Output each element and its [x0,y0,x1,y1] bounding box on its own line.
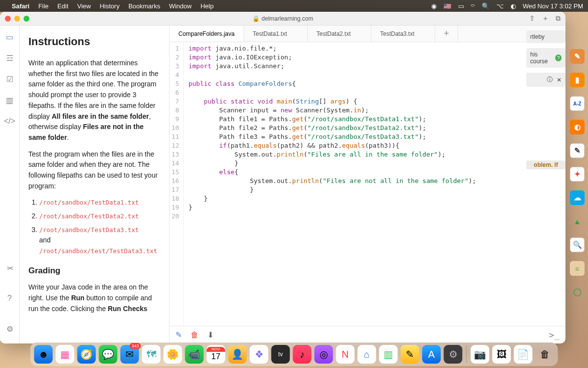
dock-app[interactable]: tv [271,345,290,364]
url-host: delmarlearning.com [262,15,313,22]
instructions-paragraph-2: Test the program when the files are in t… [28,149,160,192]
dock-app[interactable]: 👤 [228,345,247,364]
menu-view[interactable]: View [77,2,91,10]
dock-app[interactable]: ◎ [315,345,333,364]
menu-help[interactable]: Help [200,2,214,10]
dock-app[interactable]: NOV17 [207,345,225,364]
strip-app-icon[interactable]: ☁ [570,190,585,205]
instructions-panel: Instructions Write an application that d… [20,26,169,343]
left-tool-rail: ▭ ☲ ☑ ▥ </> ⫘ ? ⚙ [0,26,20,343]
dock-app[interactable]: ☻ [34,345,53,364]
edit-icon[interactable]: ✎ [175,330,182,340]
dock: ☻▦🧭💬✉343🗺🌼📹NOV17👤❖tv♪◎N⌂▥✎A⚙📷🖼📄🗑 [30,342,558,366]
instructions-heading: Instructions [28,33,160,50]
code-area[interactable]: 1234567891011121314151617181920 import j… [170,42,565,326]
dock-app[interactable]: ⌂ [358,345,376,364]
grading-heading: Grading [28,264,160,277]
strip-app-icon[interactable]: 🔍 [570,237,585,252]
dock-app[interactable]: A [422,345,441,364]
dock-app[interactable]: ♪ [293,345,312,364]
dock-app[interactable]: N [336,345,355,364]
tab-compare-folders[interactable]: CompareFolders.java [170,26,244,42]
dock-app[interactable]: 🗺 [142,345,161,364]
safari-window: 🔒 delmarlearning.com ⇪ ＋ ⧉ ▭ ☲ ☑ ▥ </> ⫘… [0,12,565,343]
strip-app-icon[interactable]: ▮ [570,73,585,87]
book-icon[interactable]: ▭ [6,32,13,42]
right-app-strip: ✎▮A-Z◐✎✦☁▲🔍≡◯ [566,49,588,299]
editor-tabs: CompareFolders.java TestData1.txt TestDa… [170,26,565,42]
strip-app-icon[interactable]: ✎ [570,49,585,64]
grading-paragraph: Write your Java code in the area on the … [28,282,160,314]
dock-app[interactable]: 📄 [514,345,533,364]
delete-icon[interactable]: 🗑 [191,331,198,340]
add-tab-button[interactable]: + [435,26,459,42]
dock-app[interactable]: ▥ [379,345,398,364]
checklist-icon[interactable]: ☑ [6,75,13,84]
chart-icon[interactable]: ▥ [6,96,13,105]
dock-app[interactable]: 🗑 [536,345,554,364]
list-item: /root/sandbox/TestData3.txt and /root/sa… [39,225,160,257]
strip-app-icon[interactable]: ≡ [570,261,585,276]
tabs-overview-icon[interactable]: ⧉ [556,14,561,23]
dock-app[interactable]: 🖼 [492,345,511,364]
search-icon[interactable]: 🔍 [482,2,490,10]
strip-app-icon[interactable]: ◐ [570,120,585,134]
fullscreen-window-button[interactable] [24,16,29,22]
strip-app-icon[interactable]: ▲ [570,214,585,229]
menu-file[interactable]: File [38,2,49,10]
strip-app-icon[interactable]: ✎ [570,143,585,158]
code-icon[interactable]: </> [4,117,15,126]
dock-app[interactable]: ▦ [56,345,74,364]
menu-edit[interactable]: Edit [57,2,68,10]
dock-app[interactable]: 🌼 [164,345,182,364]
wifi-icon[interactable]: ⌔ [471,2,475,10]
info-icon[interactable]: ⓘ [547,76,553,84]
editor-footer: ✎ 🗑 ⬇ >_ [170,326,565,343]
minimize-window-button[interactable] [14,16,20,22]
dock-app[interactable]: 📹 [185,345,204,364]
dock-app[interactable]: 📷 [471,345,490,364]
dock-app[interactable]: ⚙ [444,345,463,364]
tab-testdata3[interactable]: TestData3.txt [371,26,435,42]
tab-testdata2[interactable]: TestData2.txt [308,26,371,42]
siri-icon[interactable]: ◐ [511,2,516,10]
share-icon[interactable]: ⇪ [529,14,535,23]
close-window-button[interactable] [5,16,11,22]
record-icon[interactable]: ◉ [431,2,437,10]
code-content[interactable]: import java.nio.file.*;import java.io.IO… [184,42,565,326]
dock-app[interactable]: ✉343 [121,345,139,364]
battery-icon[interactable]: ▭ [458,2,464,10]
datetime[interactable]: Wed Nov 17 3:02 PM [523,2,583,10]
code-editor: CompareFolders.java TestData1.txt TestDa… [169,26,565,343]
close-icon[interactable]: ✕ [557,77,562,83]
download-icon[interactable]: ⬇ [207,330,214,340]
dock-app[interactable]: ❖ [250,345,269,364]
strip-app-icon[interactable]: ◯ [570,285,585,299]
macos-menubar: Safari File Edit View History Bookmarks … [0,0,588,12]
strip-app-icon[interactable]: ✦ [570,167,585,182]
terminal-icon[interactable]: >_ [549,330,560,340]
address-bar[interactable]: 🔒 delmarlearning.com [252,15,313,22]
control-center-icon[interactable]: ⌥ [496,2,504,10]
dock-app[interactable]: 💬 [99,345,118,364]
settings-icon[interactable]: ⚙ [6,324,13,334]
window-titlebar: 🔒 delmarlearning.com ⇪ ＋ ⧉ [0,12,565,26]
background-window-peek: rtleby his course? ⓘ✕ oblem. If [526,30,565,169]
dock-app[interactable]: 🧭 [77,345,96,364]
help-icon[interactable]: ? [7,294,12,303]
menu-window[interactable]: Window [169,2,192,10]
filepath-list: /root/sandbox/TestData1.txt /root/sandbo… [39,197,160,256]
list-icon[interactable]: ☲ [6,53,13,63]
flag-icon[interactable]: 🇺🇸 [443,2,451,10]
menu-history[interactable]: History [99,2,119,10]
new-tab-icon[interactable]: ＋ [542,14,549,23]
strip-app-icon[interactable]: A-Z [570,96,585,111]
tab-testdata1[interactable]: TestData1.txt [244,26,308,42]
list-item: /root/sandbox/TestData1.txt [39,197,160,208]
dock-app[interactable]: ✎ [401,345,419,364]
app-name[interactable]: Safari [12,2,29,10]
line-gutter: 1234567891011121314151617181920 [170,42,184,326]
list-item: /root/sandbox/TestData2.txt [39,211,160,222]
menu-bookmarks[interactable]: Bookmarks [128,2,160,10]
share-tool-icon[interactable]: ⫘ [6,263,14,272]
